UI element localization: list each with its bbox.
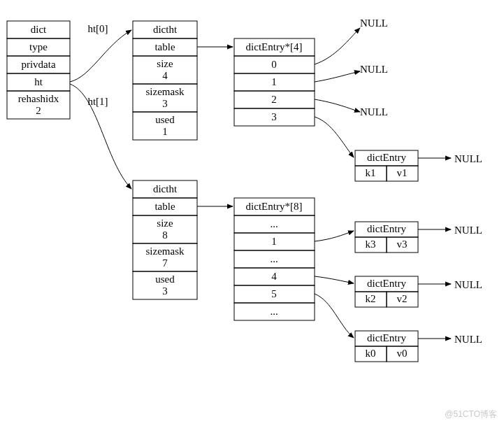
dictht-a-table: table: [154, 41, 175, 52]
arrow: [315, 231, 354, 241]
dictht-a-used-k: used: [155, 114, 175, 125]
array-a-title: dictEntry*[4]: [246, 41, 303, 52]
entry-k3-title: dictEntry: [367, 223, 406, 234]
dictht-a-size-k: size: [157, 58, 173, 69]
entry-k0-title: dictEntry: [367, 332, 406, 343]
diagram-wrap: dict type privdata ht rehashidx 2 dictht…: [0, 0, 504, 426]
dict-title: dict: [31, 24, 47, 35]
array-a-row-2: 2: [271, 94, 277, 105]
entry-k2-title: dictEntry: [367, 278, 406, 289]
dictht-b-used-k: used: [155, 274, 175, 285]
array-b-row-2: ...: [270, 253, 278, 264]
null-6: NULL: [454, 279, 482, 290]
null-2: NULL: [360, 64, 388, 75]
array-a: dictEntry*[4] 0 1 2 3: [234, 38, 315, 126]
dictht-a-mask-v: 3: [162, 98, 168, 109]
dict-node: dict type privdata ht rehashidx 2: [7, 21, 70, 119]
entry-k0-v: v0: [397, 348, 408, 359]
dictht-b-size-v: 8: [162, 229, 168, 241]
array-b: dictEntry*[8] ... 1 ... 4 5 ...: [234, 198, 315, 320]
diagram-svg: dict type privdata ht rehashidx 2 dictht…: [0, 0, 504, 426]
null-7: NULL: [454, 334, 482, 345]
dictht-a-size-v: 4: [162, 70, 168, 81]
dictht-b-table: table: [154, 201, 175, 212]
arrow: [315, 71, 360, 82]
array-a-row-1: 1: [271, 76, 277, 87]
null-5: NULL: [454, 225, 482, 236]
dict-rehashidx-k: rehashidx: [18, 93, 59, 104]
entry-k1-title: dictEntry: [367, 152, 406, 163]
array-a-row-3: 3: [271, 111, 277, 122]
entry-k0-k: k0: [366, 348, 376, 359]
entry-k2: dictEntry k2 v2: [355, 276, 418, 307]
array-b-row-3: 4: [271, 271, 277, 282]
dictht-b-size-k: size: [157, 218, 173, 229]
dictht-b: dictht table size 8 sizemask 7 used 3: [133, 180, 197, 299]
entry-k1-v: v1: [397, 167, 408, 178]
watermark: @51CTO博客: [445, 409, 497, 420]
dictht-a-used-v: 1: [162, 126, 168, 137]
arrow: [315, 28, 360, 64]
arrow: [315, 99, 360, 112]
dictht-a-title: dictht: [153, 24, 178, 35]
entry-k2-v: v2: [397, 293, 408, 304]
arrow: [315, 276, 354, 283]
dict-ht: ht: [34, 76, 43, 87]
arrow: [315, 294, 354, 338]
arrow: [70, 30, 131, 82]
edge-ht1-label: ht[1]: [87, 96, 108, 107]
arrow: [315, 117, 354, 157]
array-a-row-0: 0: [271, 59, 277, 70]
dictht-a-mask-k: sizemask: [146, 86, 185, 97]
dict-type: type: [29, 41, 48, 52]
dict-privdata: privdata: [21, 59, 55, 70]
dictht-a: dictht table size 4 sizemask 3 used 1: [133, 21, 197, 140]
entry-k0: dictEntry k0 v0: [355, 331, 418, 362]
dictht-b-mask-k: sizemask: [146, 246, 185, 257]
entry-k3-k: k3: [366, 239, 376, 250]
dictht-b-title: dictht: [153, 183, 178, 194]
array-b-row-5: ...: [270, 306, 278, 317]
array-b-row-4: 5: [271, 288, 277, 299]
entry-k3: dictEntry k3 v3: [355, 222, 418, 253]
dict-rehashidx-v: 2: [36, 105, 41, 116]
array-b-title: dictEntry*[8]: [246, 201, 303, 212]
entry-k2-k: k2: [366, 293, 376, 304]
null-1: NULL: [360, 17, 388, 29]
null-4: NULL: [454, 153, 482, 164]
dictht-b-mask-v: 7: [162, 257, 168, 269]
edge-ht0-label: ht[0]: [87, 23, 108, 34]
null-3: NULL: [360, 106, 388, 118]
entry-k1: dictEntry k1 v1: [355, 150, 418, 181]
array-b-row-1: 1: [271, 236, 277, 247]
array-b-row-0: ...: [270, 218, 278, 229]
entry-k1-k: k1: [366, 167, 376, 178]
dictht-b-used-v: 3: [162, 285, 168, 297]
entry-k3-v: v3: [397, 239, 408, 250]
